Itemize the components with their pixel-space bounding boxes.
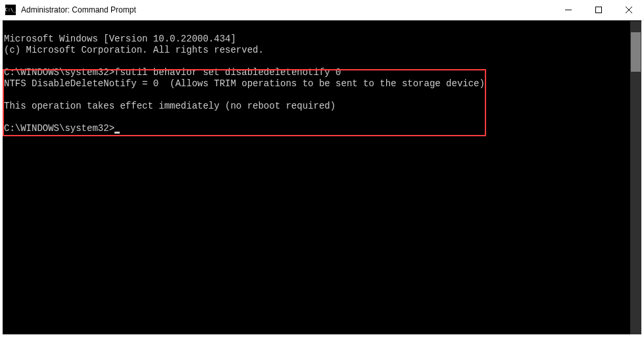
close-button[interactable]	[614, 0, 644, 20]
minimize-button[interactable]	[553, 0, 583, 20]
svg-rect-1	[596, 7, 602, 13]
titlebar-left: Administrator: Command Prompt	[0, 5, 136, 15]
window-controls	[553, 0, 644, 20]
close-icon	[626, 7, 632, 13]
terminal-line: NTFS DisableDeleteNotify = 0 (Allows TRI…	[4, 78, 630, 90]
terminal-line: C:\WINDOWS\system32>	[4, 123, 630, 134]
terminal-line	[4, 56, 630, 67]
terminal-content: Microsoft Windows [Version 10.0.22000.43…	[3, 21, 630, 334]
minimize-icon	[565, 7, 572, 13]
command-prompt-window: Administrator: Command Prompt Microsoft …	[0, 0, 644, 337]
terminal-line: Microsoft Windows [Version 10.0.22000.43…	[4, 34, 630, 45]
titlebar[interactable]: Administrator: Command Prompt	[0, 0, 644, 20]
prompt-path: C:\WINDOWS\system32>	[4, 123, 114, 134]
scrollbar-vertical[interactable]	[630, 21, 641, 334]
terminal-line: (c) Microsoft Corporation. All rights re…	[4, 45, 630, 56]
window-title: Administrator: Command Prompt	[21, 5, 136, 14]
scrollbar-thumb[interactable]	[631, 32, 641, 72]
prompt-path: C:\WINDOWS\system32>	[4, 67, 114, 78]
maximize-icon	[595, 7, 602, 13]
terminal-line	[4, 112, 630, 123]
command-prompt-icon	[5, 5, 16, 15]
terminal-line: This operation takes effect immediately …	[4, 101, 630, 112]
terminal-line: C:\WINDOWS\system32>fsutil behavior set …	[4, 67, 630, 78]
typed-command: fsutil behavior set disabledeletenotify …	[114, 67, 341, 78]
terminal-line	[4, 90, 630, 101]
maximize-button[interactable]	[583, 0, 614, 20]
cursor	[114, 132, 120, 134]
terminal-area[interactable]: Microsoft Windows [Version 10.0.22000.43…	[3, 20, 641, 334]
